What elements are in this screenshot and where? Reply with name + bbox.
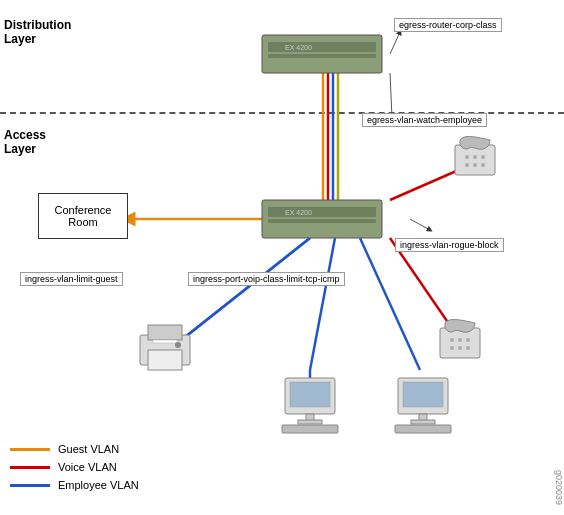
legend-guest: Guest VLAN [10, 443, 139, 455]
svg-rect-29 [290, 382, 330, 407]
legend-voice: Voice VLAN [10, 461, 139, 473]
egress-router-label: egress-router-corp-class [394, 18, 502, 32]
svg-rect-30 [306, 414, 314, 422]
access-layer-label: Access Layer [4, 128, 46, 156]
diagram-container: Distribution Layer Access Layer [0, 0, 564, 515]
svg-rect-21 [268, 219, 376, 223]
employee-vlan-label: Employee VLAN [58, 479, 139, 491]
ingress-rogue-label: ingress-vlan-rogue-block [395, 238, 504, 252]
voice-vlan-label: Voice VLAN [58, 461, 117, 473]
svg-text:EX 4200: EX 4200 [285, 44, 312, 51]
svg-point-44 [481, 163, 485, 167]
svg-rect-34 [403, 382, 443, 407]
svg-point-39 [465, 155, 469, 159]
svg-point-49 [450, 346, 454, 350]
legend-employee: Employee VLAN [10, 479, 139, 491]
svg-rect-15 [262, 35, 382, 73]
svg-rect-23 [140, 335, 190, 365]
svg-line-9 [390, 165, 470, 200]
svg-rect-24 [148, 325, 182, 340]
conference-room-box: ConferenceRoom [38, 193, 128, 239]
guest-vlan-label: Guest VLAN [58, 443, 119, 455]
svg-line-11 [310, 238, 335, 370]
svg-rect-31 [298, 420, 322, 424]
svg-rect-17 [268, 54, 376, 58]
svg-point-42 [465, 163, 469, 167]
voice-vlan-line [10, 466, 50, 469]
svg-line-10 [390, 238, 460, 340]
svg-rect-32 [282, 425, 338, 433]
svg-point-43 [473, 163, 477, 167]
svg-point-27 [175, 342, 181, 348]
legend: Guest VLAN Voice VLAN Employee VLAN [10, 443, 139, 497]
svg-line-4 [390, 32, 400, 54]
ingress-limit-guest-label: ingress-vlan-limit-guest [20, 272, 123, 286]
distribution-layer-label: Distribution Layer [4, 18, 71, 46]
svg-point-47 [458, 338, 462, 342]
svg-point-51 [466, 346, 470, 350]
svg-rect-36 [411, 420, 435, 424]
svg-rect-37 [395, 425, 451, 433]
watermark: g020039 [554, 470, 564, 505]
svg-line-7 [175, 238, 310, 345]
svg-line-8 [175, 238, 310, 345]
svg-rect-45 [440, 328, 480, 358]
svg-rect-28 [285, 378, 335, 414]
svg-line-14 [410, 219, 430, 230]
svg-rect-38 [455, 145, 495, 175]
svg-point-40 [473, 155, 477, 159]
svg-rect-16 [268, 42, 376, 52]
svg-rect-20 [268, 207, 376, 217]
svg-rect-33 [398, 378, 448, 414]
svg-point-48 [466, 338, 470, 342]
svg-point-50 [458, 346, 462, 350]
svg-rect-25 [148, 350, 182, 370]
svg-rect-26 [153, 340, 177, 343]
svg-point-41 [481, 155, 485, 159]
svg-rect-19 [262, 200, 382, 238]
guest-vlan-line [10, 448, 50, 451]
egress-vlan-label: egress-vlan-watch-employee [362, 113, 487, 127]
svg-rect-35 [419, 414, 427, 422]
employee-vlan-line [10, 484, 50, 487]
diagram-svg: EX 4200 EX 4200 [0, 0, 564, 515]
svg-text:EX 4200: EX 4200 [285, 209, 312, 216]
svg-point-46 [450, 338, 454, 342]
svg-line-13 [360, 238, 420, 370]
ingress-port-voip-label: ingress-port-voip-class-limit-tcp-icmp [188, 272, 345, 286]
